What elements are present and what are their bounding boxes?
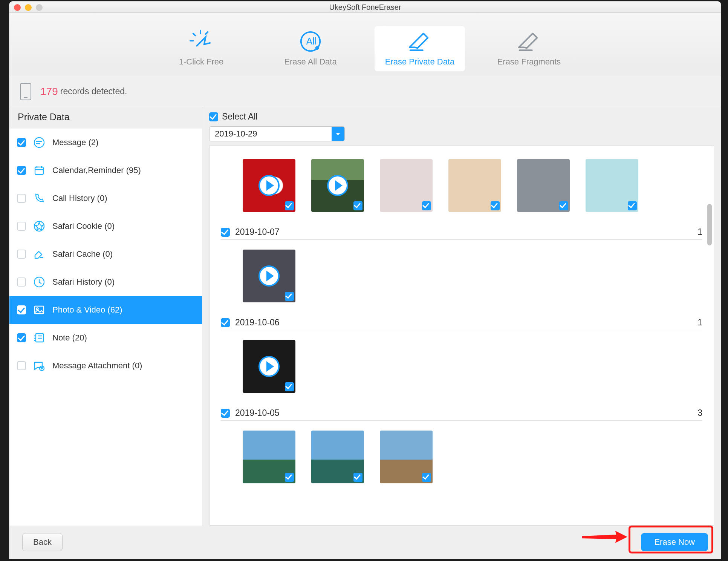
svg-rect-17 (35, 306, 44, 314)
svg-point-9 (34, 138, 44, 147)
category-checkbox[interactable] (17, 250, 26, 259)
thumb-checkbox[interactable] (628, 201, 637, 210)
tab-erase-fragments[interactable]: Erase Fragments (484, 26, 574, 71)
category-icon (33, 359, 46, 372)
date-filter-select[interactable]: 2019-10-29 (209, 126, 345, 141)
group-header[interactable]: 2019-10-071 (221, 221, 702, 240)
thumbnail[interactable] (380, 159, 433, 212)
sidebar-title: Private Data (9, 107, 202, 129)
group-date: 2019-10-07 (235, 227, 280, 237)
sidebar-item[interactable]: Message (2) (9, 129, 202, 156)
thumbnail[interactable] (586, 159, 638, 212)
category-icon (33, 164, 46, 177)
category-label: Safari History (0) (52, 277, 115, 287)
thumbnail[interactable] (380, 431, 433, 483)
category-icon (33, 331, 46, 344)
category-checkbox[interactable] (17, 333, 26, 342)
annotation-highlight (629, 526, 713, 553)
thumbnail[interactable] (243, 340, 295, 393)
tab-1-click-free[interactable]: 1-Click Free (156, 26, 246, 71)
group-header[interactable]: 2019-10-053 (221, 402, 702, 421)
main-controls: Select All 2019-10-29 (202, 107, 721, 145)
sidebar-item[interactable]: Note (20) (9, 324, 202, 352)
play-icon (258, 356, 280, 377)
category-icon (33, 303, 46, 316)
sidebar-item[interactable]: Calendar,Reminder (95) (9, 156, 202, 184)
category-list: Message (2)Calendar,Reminder (95)Call Hi… (9, 129, 202, 526)
group-checkbox[interactable] (221, 318, 230, 327)
category-checkbox[interactable] (17, 361, 26, 370)
thumb-checkbox[interactable] (285, 201, 294, 210)
category-checkbox[interactable] (17, 166, 26, 175)
traffic-lights (14, 4, 43, 11)
phone-icon (20, 83, 31, 100)
tab-erase-all[interactable]: All Erase All Data (265, 26, 356, 71)
group-header[interactable]: 2019-10-061 (221, 311, 702, 330)
sidebar-item[interactable]: Call History (0) (9, 184, 202, 212)
thumb-checkbox[interactable] (285, 382, 294, 391)
play-icon (258, 175, 280, 196)
thumbnail[interactable] (311, 431, 364, 483)
thumb-checkbox[interactable] (353, 473, 362, 482)
thumb-checkbox[interactable] (491, 201, 500, 210)
thumbnail[interactable] (448, 159, 501, 212)
thumbnail[interactable] (517, 159, 570, 212)
thumb-checkbox[interactable] (559, 201, 568, 210)
group-count: 3 (697, 408, 702, 418)
category-label: Safari Cookie (0) (52, 221, 115, 231)
dropdown-toggle-icon[interactable] (332, 127, 344, 141)
thumbnail-row (221, 421, 702, 485)
gallery[interactable]: 2019-10-0712019-10-0612019-10-053 (209, 145, 714, 526)
group-count: 1 (697, 317, 702, 328)
thumb-checkbox[interactable] (422, 473, 431, 482)
erase-private-icon (375, 30, 465, 53)
thumbnail[interactable] (243, 431, 295, 483)
back-label: Back (33, 537, 52, 547)
back-button[interactable]: Back (22, 533, 63, 551)
main-panel: Select All 2019-10-29 2019-10-0712019-10… (202, 107, 721, 526)
svg-rect-10 (35, 167, 43, 175)
category-label: Note (20) (52, 333, 87, 343)
svg-line-0 (193, 34, 196, 36)
select-all-checkbox[interactable] (209, 112, 218, 121)
thumb-checkbox[interactable] (285, 292, 294, 301)
close-icon[interactable] (14, 4, 21, 11)
thumb-checkbox[interactable] (422, 201, 431, 210)
tab-label: Erase Private Data (375, 57, 465, 67)
category-checkbox[interactable] (17, 194, 26, 203)
category-label: Calendar,Reminder (95) (52, 166, 141, 175)
tab-erase-private[interactable]: Erase Private Data (375, 26, 465, 71)
group-checkbox[interactable] (221, 409, 230, 418)
category-label: Call History (0) (52, 193, 107, 203)
thumb-checkbox[interactable] (353, 201, 362, 210)
window-title: UkeySoft FoneEraser (329, 3, 401, 11)
click-free-icon (156, 30, 246, 53)
sidebar-item[interactable]: Safari Cache (0) (9, 240, 202, 268)
category-checkbox[interactable] (17, 305, 26, 314)
category-checkbox[interactable] (17, 138, 26, 147)
sidebar-item[interactable]: Safari History (0) (9, 268, 202, 296)
minimize-icon[interactable] (25, 4, 32, 11)
thumbnail-row (221, 330, 702, 394)
thumbnail[interactable] (311, 159, 364, 212)
thumb-checkbox[interactable] (285, 473, 294, 482)
thumbnail[interactable] (243, 159, 295, 212)
svg-point-6 (315, 46, 319, 50)
group-checkbox[interactable] (221, 228, 230, 237)
select-all[interactable]: Select All (209, 112, 714, 122)
maximize-icon[interactable] (36, 4, 43, 11)
select-all-label: Select All (222, 112, 258, 122)
sidebar-item[interactable]: Message Attachment (0) (9, 352, 202, 380)
tab-label: Erase Fragments (484, 57, 574, 67)
titlebar: UkeySoft FoneEraser (9, 2, 721, 13)
sidebar: Private Data Message (2)Calendar,Reminde… (9, 107, 202, 526)
tab-label: 1-Click Free (156, 57, 246, 67)
sidebar-item[interactable]: Photo & Video (62) (9, 296, 202, 324)
sidebar-item[interactable]: Safari Cookie (0) (9, 212, 202, 240)
group-count: 1 (697, 227, 702, 237)
thumbnail[interactable] (243, 250, 295, 302)
scrollbar[interactable] (707, 204, 712, 245)
toolbar: 1-Click Free All Erase All Data Erase Pr… (9, 13, 721, 76)
category-checkbox[interactable] (17, 222, 26, 231)
category-checkbox[interactable] (17, 277, 26, 287)
